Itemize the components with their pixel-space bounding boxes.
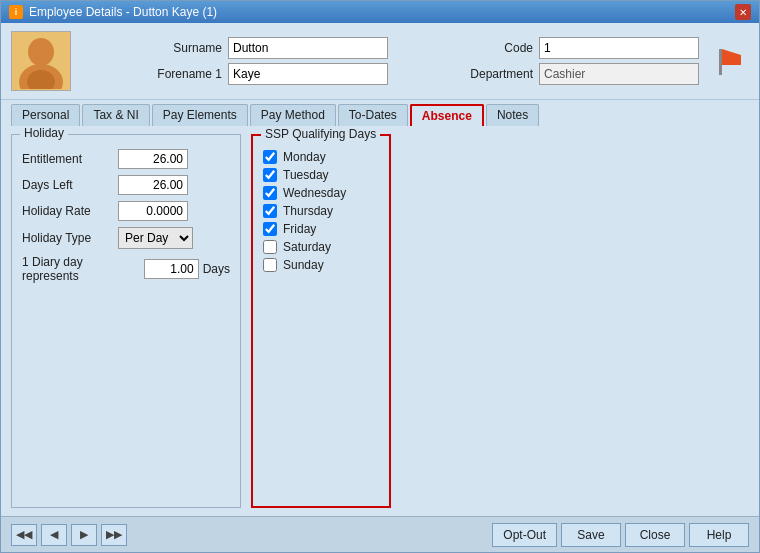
nav-prev-button[interactable]: ◀ bbox=[41, 524, 67, 546]
code-label: Code bbox=[394, 41, 533, 55]
nav-next-button[interactable]: ▶ bbox=[71, 524, 97, 546]
ssp-days-list: Monday Tuesday Wednesday Thursday Friday bbox=[263, 150, 379, 272]
ssp-monday-checkbox[interactable] bbox=[263, 150, 277, 164]
holiday-group-title: Holiday bbox=[20, 126, 68, 140]
main-window: i Employee Details - Dutton Kaye (1) ✕ S… bbox=[0, 0, 760, 553]
opt-out-button[interactable]: Opt-Out bbox=[492, 523, 557, 547]
nav-first-button[interactable]: ◀◀ bbox=[11, 524, 37, 546]
ssp-monday-row: Monday bbox=[263, 150, 379, 164]
ssp-tuesday-checkbox[interactable] bbox=[263, 168, 277, 182]
ssp-friday-label: Friday bbox=[283, 222, 316, 236]
tab-paymethod[interactable]: Pay Method bbox=[250, 104, 336, 126]
ssp-saturday-row: Saturday bbox=[263, 240, 379, 254]
ssp-thursday-label: Thursday bbox=[283, 204, 333, 218]
holiday-rate-input[interactable] bbox=[118, 201, 188, 221]
diary-suffix: Days bbox=[203, 262, 230, 276]
department-input[interactable] bbox=[539, 63, 699, 85]
tab-todates[interactable]: To-Dates bbox=[338, 104, 408, 126]
holiday-type-row: Holiday Type Per Day Per Hour Percentage bbox=[22, 227, 230, 249]
svg-marker-4 bbox=[722, 49, 741, 65]
days-left-row: Days Left bbox=[22, 175, 230, 195]
employee-fields: Surname Code Forename 1 Department bbox=[81, 37, 699, 85]
holiday-rate-row: Holiday Rate bbox=[22, 201, 230, 221]
title-bar-left: i Employee Details - Dutton Kaye (1) bbox=[9, 5, 217, 19]
flag-area bbox=[709, 41, 749, 81]
title-bar: i Employee Details - Dutton Kaye (1) ✕ bbox=[1, 1, 759, 23]
flag-icon bbox=[713, 45, 745, 77]
forename-label: Forename 1 bbox=[81, 67, 222, 81]
tab-personal[interactable]: Personal bbox=[11, 104, 80, 126]
ssp-wednesday-row: Wednesday bbox=[263, 186, 379, 200]
svg-rect-3 bbox=[719, 49, 722, 75]
window-close-button[interactable]: ✕ bbox=[735, 4, 751, 20]
app-icon: i bbox=[9, 5, 23, 19]
entitlement-label: Entitlement bbox=[22, 152, 112, 166]
days-left-label: Days Left bbox=[22, 178, 112, 192]
ssp-thursday-checkbox[interactable] bbox=[263, 204, 277, 218]
ssp-friday-checkbox[interactable] bbox=[263, 222, 277, 236]
ssp-sunday-label: Sunday bbox=[283, 258, 324, 272]
header-section: Surname Code Forename 1 Department bbox=[1, 23, 759, 100]
ssp-wednesday-label: Wednesday bbox=[283, 186, 346, 200]
window-title: Employee Details - Dutton Kaye (1) bbox=[29, 5, 217, 19]
code-input[interactable] bbox=[539, 37, 699, 59]
holiday-group: Holiday Entitlement Days Left Holiday Ra… bbox=[11, 134, 241, 508]
holiday-type-label: Holiday Type bbox=[22, 231, 112, 245]
ssp-saturday-label: Saturday bbox=[283, 240, 331, 254]
diary-input[interactable] bbox=[144, 259, 199, 279]
ssp-group-title: SSP Qualifying Days bbox=[261, 127, 380, 141]
tabs-bar: Personal Tax & NI Pay Elements Pay Metho… bbox=[1, 100, 759, 126]
surname-label: Surname bbox=[81, 41, 222, 55]
ssp-wednesday-checkbox[interactable] bbox=[263, 186, 277, 200]
holiday-fields: Entitlement Days Left Holiday Rate Holid… bbox=[22, 149, 230, 283]
ssp-sunday-row: Sunday bbox=[263, 258, 379, 272]
holiday-rate-label: Holiday Rate bbox=[22, 204, 112, 218]
ssp-thursday-row: Thursday bbox=[263, 204, 379, 218]
footer: ◀◀ ◀ ▶ ▶▶ Opt-Out Save Close Help bbox=[1, 516, 759, 552]
svg-point-0 bbox=[28, 38, 54, 66]
entitlement-row: Entitlement bbox=[22, 149, 230, 169]
days-left-input[interactable] bbox=[118, 175, 188, 195]
forename-input[interactable] bbox=[228, 63, 388, 85]
holiday-type-select[interactable]: Per Day Per Hour Percentage bbox=[118, 227, 193, 249]
avatar bbox=[11, 31, 71, 91]
content-area: Holiday Entitlement Days Left Holiday Ra… bbox=[1, 126, 759, 516]
nav-last-button[interactable]: ▶▶ bbox=[101, 524, 127, 546]
ssp-monday-label: Monday bbox=[283, 150, 326, 164]
ssp-tuesday-row: Tuesday bbox=[263, 168, 379, 182]
tab-absence[interactable]: Absence bbox=[410, 104, 484, 126]
tab-payelements[interactable]: Pay Elements bbox=[152, 104, 248, 126]
diary-row: 1 Diary day represents Days bbox=[22, 255, 230, 283]
entitlement-input[interactable] bbox=[118, 149, 188, 169]
ssp-group: SSP Qualifying Days Monday Tuesday Wedne… bbox=[251, 134, 391, 508]
ssp-sunday-checkbox[interactable] bbox=[263, 258, 277, 272]
surname-input[interactable] bbox=[228, 37, 388, 59]
diary-label: 1 Diary day represents bbox=[22, 255, 140, 283]
ssp-friday-row: Friday bbox=[263, 222, 379, 236]
help-button[interactable]: Help bbox=[689, 523, 749, 547]
tab-notes[interactable]: Notes bbox=[486, 104, 539, 126]
tab-taxni[interactable]: Tax & NI bbox=[82, 104, 149, 126]
save-button[interactable]: Save bbox=[561, 523, 621, 547]
department-label: Department bbox=[394, 67, 533, 81]
close-button[interactable]: Close bbox=[625, 523, 685, 547]
ssp-tuesday-label: Tuesday bbox=[283, 168, 329, 182]
ssp-saturday-checkbox[interactable] bbox=[263, 240, 277, 254]
